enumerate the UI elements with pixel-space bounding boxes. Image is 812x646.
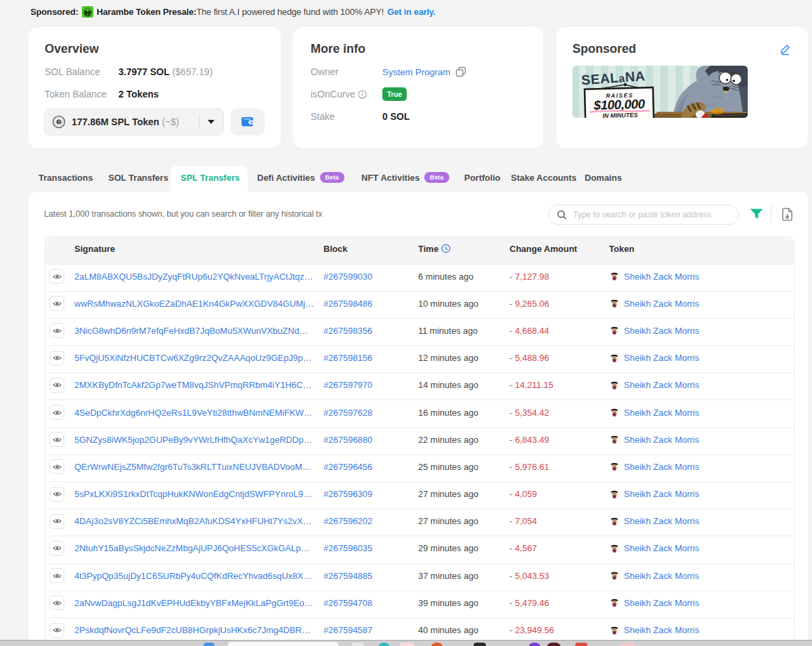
- svg-text:IN MINUTES: IN MINUTES: [602, 112, 637, 118]
- svg-text:$100,000: $100,000: [593, 97, 646, 112]
- svg-text:?: ?: [58, 120, 60, 125]
